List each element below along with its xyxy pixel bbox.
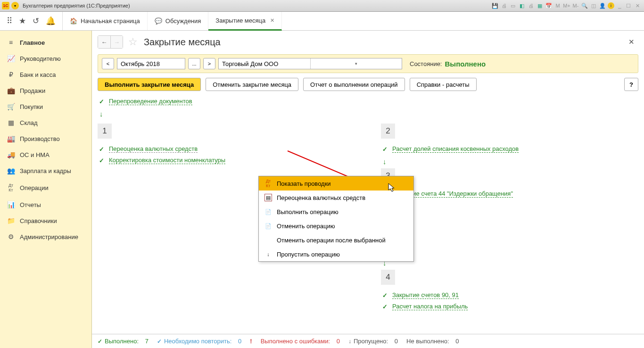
tab-closing-label: Закрытие месяца: [215, 17, 265, 24]
menu-revaluation[interactable]: ▤ Переоценка валютных средств: [259, 191, 413, 205]
sidebar-item-directories[interactable]: 📁Справочники: [0, 213, 91, 229]
check-icon: ✓: [98, 338, 102, 345]
close-page-icon[interactable]: ✕: [625, 38, 638, 46]
windows-icon[interactable]: ◫: [590, 2, 597, 9]
truck-icon: 🚚: [7, 151, 15, 158]
close-accounts-9091-link[interactable]: Закрытие счетов 90, 91: [392, 291, 459, 299]
profit-tax-link[interactable]: Расчет налога на прибыль: [392, 303, 468, 310]
window-title-bar: 1C ▾ Бухгалтерия предприятия (1С:Предпри…: [0, 0, 644, 12]
document-icon: ▤: [264, 194, 272, 201]
reposting-step: ✓ Перепроведение документов: [98, 96, 638, 107]
menu-cancel-after[interactable]: Отменить операции после выбранной: [259, 233, 413, 247]
notifications-icon[interactable]: 🔔: [46, 16, 56, 26]
arrow-down-icon: ↓: [99, 110, 638, 118]
print-icon[interactable]: 🖨: [500, 2, 508, 9]
main-content: ← → ☆ Закрытие месяца ✕ < Октябрь 2018 .…: [92, 31, 644, 348]
favorites-icon[interactable]: ★: [19, 16, 26, 26]
app-icon: 1C: [2, 2, 9, 9]
chevron-down-icon[interactable]: ▾: [310, 58, 402, 69]
cost-correction-link[interactable]: Корректировка стоимости номенклатуры: [109, 157, 225, 164]
menu-skip-op[interactable]: ↓ Пропустить операцию: [259, 247, 413, 261]
error-indicator-icon: !: [250, 338, 252, 345]
period-ellipsis-button[interactable]: ...: [188, 58, 200, 69]
tab-closing[interactable]: Закрытие месяца ✕: [208, 12, 282, 31]
cancel-closing-button[interactable]: Отменить закрытие месяца: [206, 78, 298, 91]
operations-report-button[interactable]: Отчет о выполнении операций: [303, 78, 405, 91]
page-header: ← → ☆ Закрытие месяца ✕: [98, 35, 638, 49]
references-button[interactable]: Справки - расчеты: [410, 78, 477, 91]
tab-discussions[interactable]: 💬 Обсуждения: [148, 12, 209, 30]
nav-forward-button[interactable]: →: [110, 36, 123, 48]
help-button[interactable]: ?: [624, 78, 638, 91]
check-icon: ✓: [381, 303, 388, 310]
period-next-button[interactable]: >: [203, 58, 215, 69]
indirect-costs-link[interactable]: Расчет долей списания косвенных расходов: [392, 145, 519, 153]
maximize-icon[interactable]: ☐: [625, 2, 632, 9]
menu-execute-op[interactable]: 📄 Выполнить операцию: [259, 205, 413, 219]
debit-credit-icon: ДтКт: [7, 183, 15, 192]
stage2-head: 2: [381, 124, 395, 139]
skip-icon: ↓: [348, 338, 351, 345]
sidebar-item-admin[interactable]: ⚙Администрирование: [0, 229, 91, 245]
apps-icon[interactable]: ⠿: [7, 16, 12, 26]
sidebar-item-reports[interactable]: 📊Отчеты: [0, 197, 91, 213]
user-icon[interactable]: 👤: [599, 2, 606, 9]
execute-closing-button[interactable]: Выполнить закрытие месяца: [98, 78, 201, 91]
boxes-icon: ▦: [7, 119, 15, 126]
state-value: Выполнено: [445, 60, 486, 68]
sidebar-item-main[interactable]: ≡Главное: [0, 34, 91, 50]
compare-icon[interactable]: ◧: [518, 2, 526, 9]
menu-cancel-op[interactable]: 📄 Отменить операцию: [259, 219, 413, 233]
play-sheet-icon: 📄: [264, 208, 272, 215]
check-icon: ✓: [381, 146, 388, 153]
m-plus-icon[interactable]: M+: [563, 2, 570, 9]
tab-home[interactable]: 🏠 Начальная страница: [63, 12, 148, 30]
calc-icon[interactable]: ▦: [536, 2, 544, 9]
cancel-sheet-icon: 📄: [264, 222, 272, 230]
print2-icon[interactable]: 🖨: [527, 2, 535, 9]
calendar-icon[interactable]: 📅: [545, 2, 553, 9]
skip-down-icon: ↓: [264, 250, 272, 258]
period-prev-button[interactable]: <: [102, 58, 114, 69]
reposting-link[interactable]: Перепроведение документов: [109, 98, 192, 105]
dt-kt-icon: ДтКт: [264, 180, 272, 187]
nav-back-button[interactable]: ←: [98, 36, 110, 48]
sidebar-item-production[interactable]: 🏭Производство: [0, 131, 91, 147]
check-icon: ✓: [98, 98, 105, 105]
menu-show-entries[interactable]: ДтКт Показать проводки: [259, 176, 413, 191]
currency-revaluation-link[interactable]: Переоценка валютных средств: [109, 145, 198, 153]
ruble-icon: ₽: [7, 71, 15, 78]
sidebar-item-bank[interactable]: ₽Банк и касса: [0, 66, 91, 83]
tab-close-icon[interactable]: ✕: [270, 17, 274, 24]
sidebar-item-warehouse[interactable]: ▦Склад: [0, 115, 91, 131]
check-icon: ✓: [98, 146, 105, 153]
period-input[interactable]: Октябрь 2018: [117, 58, 185, 69]
sidebar-item-sales[interactable]: 💼Продажи: [0, 83, 91, 99]
sidebar-item-assets[interactable]: 🚚ОС и НМА: [0, 147, 91, 163]
action-row: Выполнить закрытие месяца Отменить закры…: [98, 78, 638, 91]
sidebar-item-manager[interactable]: 📈Руководителю: [0, 50, 91, 66]
sidebar-item-salary[interactable]: 👥Зарплата и кадры: [0, 163, 91, 179]
right-stages-column: 2 ✓Расчет долей списания косвенных расхо…: [381, 124, 638, 312]
app-menu-dropdown[interactable]: ▾: [11, 2, 19, 9]
close-window-icon[interactable]: ✕: [634, 2, 641, 9]
organization-select[interactable]: Торговый Дом ООО ▾: [218, 58, 402, 69]
sidebar-item-purchases[interactable]: 🛒Покупки: [0, 99, 91, 115]
m-minus-icon[interactable]: M-: [572, 2, 579, 9]
document-icon[interactable]: ▭: [509, 2, 517, 9]
m-register-icon[interactable]: M: [554, 2, 561, 9]
zoom-icon[interactable]: 🔍: [581, 2, 588, 9]
stage4-head: 4: [381, 270, 395, 285]
favorite-star-icon[interactable]: ☆: [128, 36, 138, 48]
repeat-check-icon: ✓: [157, 338, 162, 345]
info-icon[interactable]: i: [608, 2, 614, 9]
briefcase-icon: 💼: [7, 87, 15, 94]
blank-icon: [264, 236, 272, 244]
status-bar: ✓Выполнено: 7 ✓Необходимо повторить: 0 !…: [92, 334, 644, 348]
sidebar-item-operations[interactable]: ДтКтОперации: [0, 179, 91, 197]
minimize-icon[interactable]: ⎯: [616, 2, 623, 9]
tab-bar: ⠿ ★ ↺ 🔔 🏠 Начальная страница 💬 Обсуждени…: [0, 12, 644, 31]
history-icon[interactable]: ↺: [33, 16, 39, 26]
cart-icon: 🛒: [7, 103, 15, 110]
save-icon[interactable]: 💾: [491, 2, 499, 9]
